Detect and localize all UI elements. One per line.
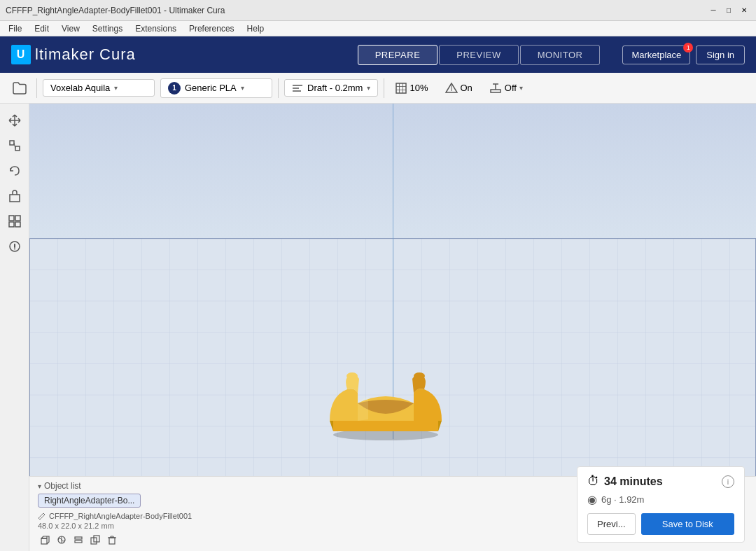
svg-rect-13 — [10, 141, 14, 145]
infill-icon — [396, 83, 407, 94]
move-tool-button[interactable] — [4, 109, 26, 132]
viewport[interactable]: ▾ Object list RightAngleAdapter-Bo... CF… — [29, 104, 756, 551]
header-right: Marketplace 1 Sign in — [622, 46, 745, 64]
profile-select[interactable]: Draft - 0.2mm ▾ — [284, 79, 378, 97]
marketplace-badge: 1 — [683, 43, 693, 53]
main-area: ▾ Object list RightAngleAdapter-Bo... CF… — [0, 104, 756, 551]
print-time: 34 minutes — [604, 475, 663, 488]
supports-label: On — [461, 83, 472, 93]
svg-rect-10 — [491, 90, 500, 92]
menu-settings[interactable]: Settings — [87, 22, 128, 35]
preview-button[interactable]: Previ... — [587, 513, 636, 535]
profile-icon — [292, 83, 303, 93]
collapse-icon: ▾ — [38, 482, 41, 490]
tab-monitor[interactable]: MONITOR — [520, 45, 601, 65]
menubar: File Edit View Settings Extensions Prefe… — [0, 21, 756, 36]
material-badge: 1 — [168, 82, 181, 95]
object-filename: CFFFP_RightAngleAdapter-BodyFillet001 — [49, 512, 192, 520]
arrange-button[interactable] — [4, 210, 26, 232]
menu-file[interactable]: File — [3, 22, 27, 35]
toolbar-divider-1 — [36, 78, 37, 98]
profile-name: Draft - 0.2mm — [307, 83, 363, 93]
signin-button[interactable]: Sign in — [696, 46, 745, 64]
object-name-tag[interactable]: RightAngleAdapter-Bo... — [38, 494, 141, 508]
tab-prepare[interactable]: PREPARE — [358, 45, 438, 65]
svg-rect-37 — [75, 537, 82, 539]
logo: U ltimaker Cura — [11, 45, 346, 64]
material-row: ◉ 6g · 1.92m — [587, 493, 734, 506]
time-row: ⏱ 34 minutes i — [587, 474, 734, 489]
supports-select[interactable]: On — [440, 80, 478, 97]
save-to-disk-button[interactable]: Save to Disk — [641, 513, 734, 535]
tab-preview[interactable]: PREVIEW — [439, 45, 518, 65]
material-select[interactable]: 1 Generic PLA ▾ — [160, 78, 272, 98]
undo-button[interactable] — [4, 160, 26, 182]
toolbar-divider-2 — [278, 78, 279, 98]
svg-rect-20 — [15, 222, 20, 227]
header: U ltimaker Cura PREPARE PREVIEW MONITOR … — [0, 36, 756, 73]
object-tool-copy[interactable] — [88, 533, 102, 547]
restore-button[interactable]: □ — [722, 4, 735, 17]
menu-preferences[interactable]: Preferences — [183, 22, 240, 35]
adhesion-select[interactable]: Off ▾ — [484, 80, 528, 97]
time-icon: ⏱ — [587, 474, 600, 489]
pencil-icon — [38, 512, 46, 520]
toolbar-divider-3 — [384, 78, 384, 98]
infill-select[interactable]: 10% — [390, 80, 433, 97]
per-object-settings-button[interactable] — [4, 185, 26, 207]
support-blocker-button[interactable] — [4, 235, 26, 258]
object-tool-cube[interactable] — [38, 533, 52, 547]
left-toolbar — [0, 104, 29, 551]
material-usage: 6g · 1.92m — [601, 494, 644, 505]
object-tool-layer[interactable] — [71, 533, 85, 547]
adhesion-label: Off — [505, 83, 517, 93]
infill-value: 10% — [410, 83, 428, 93]
object-tool-mesh[interactable] — [55, 533, 69, 547]
time-left: ⏱ 34 minutes — [587, 474, 663, 489]
scale-tool-button[interactable] — [4, 134, 26, 157]
svg-rect-32 — [41, 538, 47, 544]
window-title: CFFFP_RightAngleAdapter-BodyFillet001 - … — [6, 6, 707, 15]
window-controls: ─ □ ✕ — [707, 4, 750, 17]
close-button[interactable]: ✕ — [738, 4, 750, 17]
printer-chevron: ▾ — [114, 84, 118, 92]
svg-point-30 — [414, 372, 425, 379]
open-folder-button[interactable] — [8, 77, 31, 99]
svg-rect-38 — [75, 540, 82, 543]
menu-extensions[interactable]: Extensions — [130, 22, 182, 35]
menu-edit[interactable]: Edit — [29, 22, 55, 35]
svg-point-29 — [346, 372, 358, 379]
logo-text: ltimaker Cura — [35, 46, 136, 64]
logo-icon: U — [11, 45, 31, 64]
svg-line-31 — [43, 513, 45, 515]
material-name: Generic PLA — [185, 83, 237, 93]
svg-line-15 — [14, 143, 15, 148]
supports-icon — [445, 83, 458, 94]
info-icon-button[interactable]: i — [722, 475, 734, 488]
object-tool-delete[interactable] — [105, 533, 119, 547]
svg-point-22 — [14, 249, 15, 250]
3d-model[interactable] — [316, 358, 456, 435]
folder-icon — [13, 82, 27, 95]
material-icon: ◉ — [587, 493, 597, 506]
marketplace-button[interactable]: Marketplace 1 — [622, 46, 690, 64]
print-info-card: ⏱ 34 minutes i ◉ 6g · 1.92m Previ... Sav… — [577, 466, 745, 543]
adhesion-icon — [489, 83, 502, 94]
profile-chevron: ▾ — [367, 84, 370, 92]
print-actions: Previ... Save to Disk — [587, 513, 734, 535]
svg-rect-14 — [15, 146, 20, 151]
adhesion-chevron: ▾ — [519, 84, 523, 92]
printer-select[interactable]: Voxelab Aquila ▾ — [43, 79, 155, 97]
svg-rect-41 — [109, 538, 115, 544]
svg-rect-18 — [15, 216, 20, 221]
svg-rect-16 — [10, 195, 20, 202]
toolbar: Voxelab Aquila ▾ 1 Generic PLA ▾ Draft -… — [0, 73, 756, 104]
menu-view[interactable]: View — [56, 22, 85, 35]
nav-tabs: PREPARE PREVIEW MONITOR — [358, 45, 601, 65]
model-svg — [316, 358, 456, 442]
material-chevron: ▾ — [241, 84, 244, 92]
svg-rect-3 — [396, 83, 406, 93]
minimize-button[interactable]: ─ — [707, 4, 720, 17]
menu-help[interactable]: Help — [241, 22, 270, 35]
printer-name: Voxelab Aquila — [50, 83, 110, 93]
